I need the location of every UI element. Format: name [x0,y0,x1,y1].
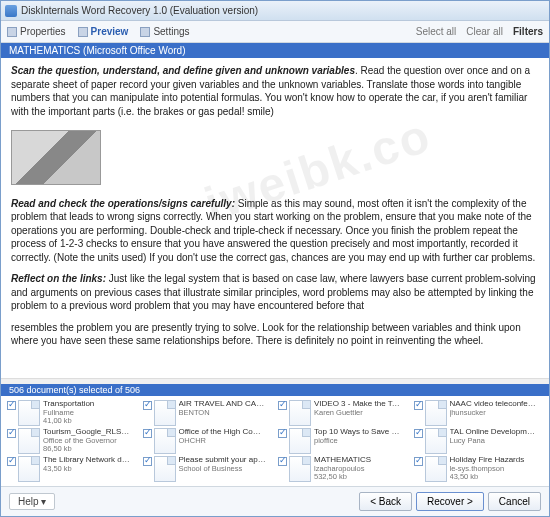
file-title: Tourism_Google_RLS.doc [43,428,131,437]
toolbar-settings[interactable]: Settings [140,26,189,37]
document-icon [425,400,447,426]
file-checkbox[interactable] [278,429,287,438]
file-title: Office of the High Commissioner for Huma… [179,428,267,437]
back-button[interactable]: < Back [359,492,412,511]
file-sub1: Karen Guettler [314,409,402,417]
paragraph-1: Scan the question, understand, and defin… [11,64,539,118]
file-title: Holiday Fire Hazards [450,456,525,465]
file-sub1: BENTON [179,409,267,417]
document-icon [18,456,40,482]
file-item[interactable]: Tourism_Google_RLS.docOffice of the Gove… [7,428,137,454]
toolbar: Properties Preview Settings Select all C… [1,21,549,43]
file-sub1: School of Business [179,465,267,473]
paragraph-4: resembles the problem you are presently … [11,321,539,348]
preview-pane[interactable]: iweibk.co Scan the question, understand,… [1,58,549,378]
file-item[interactable]: Top 10 Ways to Save Money while Still En… [278,428,408,454]
file-title: TAL Online Development Committee [450,428,538,437]
file-checkbox[interactable] [143,401,152,410]
paragraph-2: Read and check the operations/signs care… [11,197,539,265]
file-sub2: 86,50 kb [43,445,131,453]
file-sub1: Lucy Pana [450,437,538,445]
file-checkbox[interactable] [278,401,287,410]
titlebar[interactable]: DiskInternals Word Recovery 1.0 (Evaluat… [1,1,549,21]
app-icon [5,5,17,17]
file-grid: TransportationFullname41,00 kbAIR TRAVEL… [1,396,549,486]
filters-link[interactable]: Filters [513,26,543,37]
file-checkbox[interactable] [143,457,152,466]
help-button[interactable]: Help ▾ [9,493,55,510]
file-title: MATHEMATICS [314,456,371,465]
file-sub1: lzacharopoulos [314,465,371,473]
file-checkbox[interactable] [414,401,423,410]
clear-all-link[interactable]: Clear all [466,26,503,37]
file-item[interactable]: NAAC video teleconference transcrip...jh… [414,400,544,426]
settings-icon [140,27,150,37]
file-title: Transportation [43,400,94,409]
toolbar-preview[interactable]: Preview [78,26,129,37]
preview-label: Preview [91,26,129,37]
document-icon [18,428,40,454]
file-item[interactable]: TransportationFullname41,00 kb [7,400,137,426]
file-sub2: 43,50 kb [450,473,525,481]
file-item[interactable]: TAL Online Development CommitteeLucy Pan… [414,428,544,454]
file-sub1: le-sys.thompson [450,465,525,473]
p2-lead: Read and check the operations/signs care… [11,198,235,209]
file-sub2: 41,00 kb [43,417,94,425]
file-checkbox[interactable] [414,457,423,466]
document-icon [18,400,40,426]
embedded-image [11,130,101,185]
file-item[interactable]: Holiday Fire Hazardsle-sys.thompson43,50… [414,456,544,482]
file-sub1: pioffice [314,437,402,445]
document-icon [154,428,176,454]
file-checkbox[interactable] [278,457,287,466]
file-checkbox[interactable] [7,401,16,410]
properties-icon [7,27,17,37]
file-sub1: Fullname [43,409,94,417]
document-icon [425,456,447,482]
file-item[interactable]: The Library Network does not make delive… [7,456,137,482]
select-all-link[interactable]: Select all [416,26,457,37]
file-title: NAAC video teleconference transcrip... [450,400,538,409]
document-icon [289,456,311,482]
document-icon [289,400,311,426]
p3-lead: Reflect on the links: [11,273,106,284]
file-item[interactable]: VIDEO 3 - Make the TerrariumsKaren Guett… [278,400,408,426]
settings-label: Settings [153,26,189,37]
document-icon [289,428,311,454]
file-checkbox[interactable] [143,429,152,438]
file-item[interactable]: MATHEMATICSlzacharopoulos532,50 kb [278,456,408,482]
file-sub1: Office of the Governor [43,437,131,445]
preview-icon [78,27,88,37]
file-sub1: OHCHR [179,437,267,445]
help-label: Help [18,496,39,507]
file-item[interactable]: Please submit your application for fundi… [143,456,273,482]
file-title: AIR TRAVEL AND CAR RENTALS [179,400,267,409]
document-icon [425,428,447,454]
file-checkbox[interactable] [414,429,423,438]
recover-button[interactable]: Recover > [416,492,484,511]
file-checkbox[interactable] [7,457,16,466]
p1-lead: Scan the question, understand, and defin… [11,65,355,76]
file-title: VIDEO 3 - Make the Terrariums [314,400,402,409]
file-checkbox[interactable] [7,429,16,438]
cancel-button[interactable]: Cancel [488,492,541,511]
app-window: DiskInternals Word Recovery 1.0 (Evaluat… [0,0,550,517]
footer: Help ▾ < Back Recover > Cancel [1,486,549,516]
file-title: Top 10 Ways to Save Money while Still En… [314,428,402,437]
document-icon [154,456,176,482]
file-title: The Library Network does not make delive… [43,456,131,465]
file-sub1: 43,50 kb [43,465,131,473]
file-sub2: 532,50 kb [314,473,371,481]
file-title: Please submit your application for fundi… [179,456,267,465]
file-sub1: jhunsucker [450,409,538,417]
file-item[interactable]: AIR TRAVEL AND CAR RENTALSBENTON [143,400,273,426]
document-icon [154,400,176,426]
properties-label: Properties [20,26,66,37]
toolbar-properties[interactable]: Properties [7,26,66,37]
file-item[interactable]: Office of the High Commissioner for Huma… [143,428,273,454]
section-header: MATHEMATICS (Microsoft Office Word) [1,43,549,58]
window-title: DiskInternals Word Recovery 1.0 (Evaluat… [21,5,258,16]
selection-count-bar: 506 document(s) selected of 506 [1,384,549,396]
paragraph-3: Reflect on the links: Just like the lega… [11,272,539,313]
